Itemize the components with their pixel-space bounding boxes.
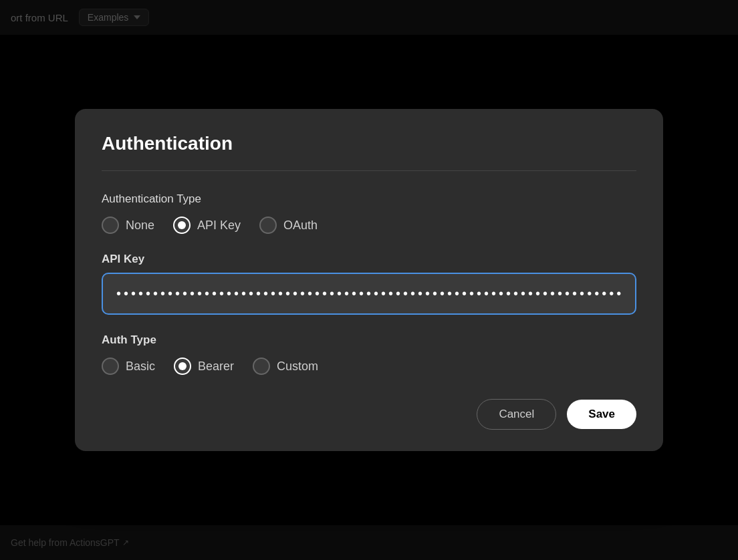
modal-footer: Cancel Save [102,399,636,430]
auth-subtype-custom-radio[interactable] [253,358,270,375]
auth-type-api-key-radio[interactable] [173,217,191,234]
auth-subtype-basic-option[interactable]: Basic [102,358,155,375]
api-key-section: API Key [102,253,636,315]
auth-subtype-basic-label: Basic [126,360,155,374]
auth-type-none-label: None [126,219,154,233]
auth-subtype-bearer-label: Bearer [198,360,234,374]
modal-title: Authentication [102,133,636,154]
auth-subtype-basic-radio[interactable] [102,358,119,375]
cancel-button[interactable]: Cancel [477,399,556,430]
auth-type-api-key-label: API Key [197,219,241,233]
auth-type-section-label: Authentication Type [102,192,636,206]
auth-subtype-bearer-radio[interactable] [174,358,191,375]
auth-type-radio-group: None API Key OAuth [102,217,636,234]
authentication-modal: Authentication Authentication Type None … [75,109,663,451]
auth-subtype-custom-label: Custom [277,360,318,374]
modal-divider [102,170,636,171]
api-key-label: API Key [102,253,636,266]
auth-subtype-label: Auth Type [102,333,636,347]
auth-type-none-option[interactable]: None [102,217,154,234]
api-key-input[interactable] [102,273,636,315]
auth-type-section: Authentication Type None API Key OAuth [102,192,636,234]
auth-subtype-bearer-option[interactable]: Bearer [174,358,234,375]
auth-type-none-radio[interactable] [102,217,119,234]
auth-type-oauth-label: OAuth [283,219,318,233]
auth-type-oauth-option[interactable]: OAuth [259,217,318,234]
auth-type-oauth-radio[interactable] [259,217,277,234]
auth-subtype-radio-group: Basic Bearer Custom [102,358,636,375]
auth-subtype-section: Auth Type Basic Bearer Custom [102,333,636,375]
auth-type-api-key-option[interactable]: API Key [173,217,241,234]
auth-subtype-custom-option[interactable]: Custom [253,358,318,375]
save-button[interactable]: Save [567,400,636,429]
